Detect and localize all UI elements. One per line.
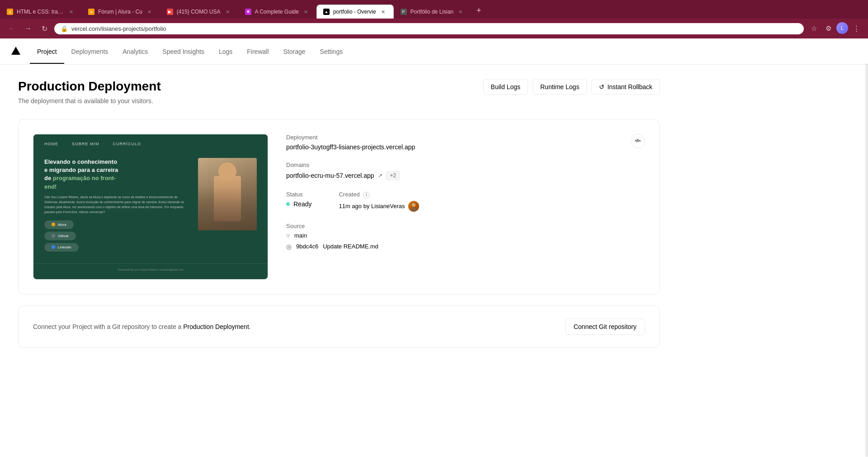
preview-body: Olá! Sou Lisiane Ribeiro, aluna na Alura… xyxy=(44,195,189,215)
status-badge: Ready xyxy=(286,200,311,208)
nav-item-analytics[interactable]: Analytics xyxy=(115,40,155,63)
preview-photo xyxy=(198,158,257,230)
browser-tab-5[interactable]: ▲ portfolio - Overvie ✕ xyxy=(316,5,394,19)
browser-tab-4[interactable]: ✳ A Complete Guide ✕ xyxy=(238,5,316,19)
page-title: Production Deployment xyxy=(18,79,161,94)
reload-button[interactable]: ↻ xyxy=(38,22,51,35)
status-section: Status Ready xyxy=(286,191,311,212)
tab-favicon-5: ▲ xyxy=(323,9,330,15)
production-deployment-link[interactable]: Production Deployment xyxy=(183,323,249,330)
domain-link[interactable]: portfolio-ecru-mu-57.vercel.app xyxy=(286,172,374,179)
commit-hash: 9bdc4c6 xyxy=(296,243,318,250)
domain-row: portfolio-ecru-mu-57.vercel.app ↗ +2 xyxy=(286,171,645,180)
address-bar[interactable]: 🔒 vercel.com/lisianes-projects/portfolio xyxy=(54,23,804,34)
tab-favicon-3: ▶ xyxy=(167,9,173,15)
info-icon[interactable]: i xyxy=(363,192,369,198)
status-text: Ready xyxy=(293,200,311,208)
deployment-url-link[interactable]: portfolio-3uytogff3-lisianes-projects.ve… xyxy=(286,143,415,151)
deployment-info: Deployment portfolio-3uytogff3-lisianes-… xyxy=(286,134,645,280)
commit-message: Update README.md xyxy=(323,243,378,250)
domains-label: Domains xyxy=(286,162,645,168)
profile-avatar[interactable]: L xyxy=(836,22,848,34)
tab-label-4: A Complete Guide xyxy=(255,9,299,15)
page-subtitle: The deployment that is available to your… xyxy=(18,97,161,105)
browser-tabs: a HTML e CSS: traba ✕ a Fórum | Alura - … xyxy=(0,0,868,19)
branch-icon: ⑂ xyxy=(286,232,290,239)
lock-icon: 🔒 xyxy=(61,25,68,32)
tab-label-3: (415) COMO USA xyxy=(177,9,221,15)
tab-close-2[interactable]: ✕ xyxy=(146,8,153,15)
preview-buttons: Alura Github Linkedin xyxy=(44,220,189,252)
tab-favicon-6: P xyxy=(401,9,407,15)
address-text: vercel.com/lisianes-projects/portfolio xyxy=(71,25,797,32)
preview-content: Elevando o conhecimento e migrando para … xyxy=(33,153,268,256)
status-label: Status xyxy=(286,191,311,198)
github-dot xyxy=(52,234,55,238)
connect-git-button[interactable]: Connect Git repository xyxy=(565,319,645,335)
branch-name: main xyxy=(294,232,307,239)
preview-nav: HOME SOBRE MIM CURRÍCULO xyxy=(33,134,268,153)
browser-tab-1[interactable]: a HTML e CSS: traba ✕ xyxy=(0,5,81,19)
instant-rollback-button[interactable]: ↺ Instant Rollback xyxy=(591,79,660,95)
connect-git-card: Connect your Project with a Git reposito… xyxy=(18,305,660,348)
build-logs-button[interactable]: Build Logs xyxy=(483,79,528,95)
nav-item-firewall[interactable]: Firewall xyxy=(240,40,276,63)
header-actions: Build Logs Runtime Logs ↺ Instant Rollba… xyxy=(483,79,660,95)
tab-close-1[interactable]: ✕ xyxy=(67,8,75,15)
nav-item-logs[interactable]: Logs xyxy=(212,40,240,63)
deployment-url: portfolio-3uytogff3-lisianes-projects.ve… xyxy=(286,143,645,151)
rollback-icon: ↺ xyxy=(599,83,604,90)
activity-button[interactable] xyxy=(631,134,645,148)
source-commit-item: ◎ 9bdc4c6 Update README.md xyxy=(286,243,645,250)
forward-button[interactable]: → xyxy=(22,22,34,35)
nav-item-storage[interactable]: Storage xyxy=(276,40,313,63)
created-section: Created i 11m ago by LisianeVeras xyxy=(339,191,419,212)
app-logo[interactable] xyxy=(11,38,21,64)
extensions-button[interactable]: ⚙ xyxy=(822,22,835,35)
scrollbar[interactable] xyxy=(865,63,868,362)
preview-btn-github: Github xyxy=(44,232,76,240)
commit-icon: ◎ xyxy=(286,243,292,250)
alura-dot xyxy=(52,223,55,226)
tab-label-5: portfolio - Overvie xyxy=(333,9,376,15)
bookmark-button[interactable]: ☆ xyxy=(807,22,820,35)
tab-close-5[interactable]: ✕ xyxy=(380,8,387,15)
deployment-card: HOME SOBRE MIM CURRÍCULO Elevando o conh… xyxy=(18,119,660,295)
tab-close-3[interactable]: ✕ xyxy=(224,8,231,15)
tab-close-6[interactable]: ✕ xyxy=(457,8,464,15)
new-tab-button[interactable]: + xyxy=(471,3,487,19)
nav-item-settings[interactable]: Settings xyxy=(313,40,350,63)
runtime-logs-button[interactable]: Runtime Logs xyxy=(533,79,587,95)
external-link-icon[interactable]: ↗ xyxy=(378,172,382,179)
browser-tab-6[interactable]: P Portfólio de Lisian ✕ xyxy=(394,5,471,19)
browser-tab-2[interactable]: a Fórum | Alura - Cu ✕ xyxy=(81,5,160,19)
nav-item-project[interactable]: Project xyxy=(30,40,64,63)
created-label: Created i xyxy=(339,191,419,198)
created-value: 11m ago by LisianeVeras xyxy=(339,201,419,212)
author-avatar xyxy=(408,201,419,212)
browser-toolbar: ← → ↻ 🔒 vercel.com/lisianes-projects/por… xyxy=(0,19,868,38)
tab-favicon-1: a xyxy=(7,9,13,15)
preview-nav-sobre: SOBRE MIM xyxy=(72,142,99,146)
browser-chrome: a HTML e CSS: traba ✕ a Fórum | Alura - … xyxy=(0,0,868,38)
source-section: Source ⑂ main ◎ 9bdc4c6 Update README.md xyxy=(286,223,645,250)
nav-item-deployments[interactable]: Deployments xyxy=(64,40,116,63)
preview-footer: Desenvolvido por Lisiane Ribeiro | conta… xyxy=(33,263,268,276)
status-row: Status Ready Created i 11m ago by Lisian… xyxy=(286,191,645,212)
portfolio-mockup: HOME SOBRE MIM CURRÍCULO Elevando o conh… xyxy=(33,134,268,279)
tab-favicon-4: ✳ xyxy=(245,9,251,15)
preview-nav-home: HOME xyxy=(44,142,58,146)
tab-favicon-2: a xyxy=(88,9,94,15)
tab-close-4[interactable]: ✕ xyxy=(302,8,310,15)
preview-nav-curriculo: CURRÍCULO xyxy=(113,142,142,146)
tab-label-1: HTML e CSS: traba xyxy=(17,9,64,15)
back-button[interactable]: ← xyxy=(5,22,18,35)
domains-value: portfolio-ecru-mu-57.vercel.app ↗ +2 xyxy=(286,171,645,180)
deployment-url-section: Deployment portfolio-3uytogff3-lisianes-… xyxy=(286,134,645,151)
deployment-preview: HOME SOBRE MIM CURRÍCULO Elevando o conh… xyxy=(33,134,268,280)
browser-tab-3[interactable]: ▶ (415) COMO USA ✕ xyxy=(160,5,238,19)
nav-item-speed-insights[interactable]: Speed Insights xyxy=(155,40,212,63)
menu-button[interactable]: ⋮ xyxy=(850,22,863,35)
svg-point-0 xyxy=(412,203,415,207)
domain-plus-badge: +2 xyxy=(386,171,401,180)
